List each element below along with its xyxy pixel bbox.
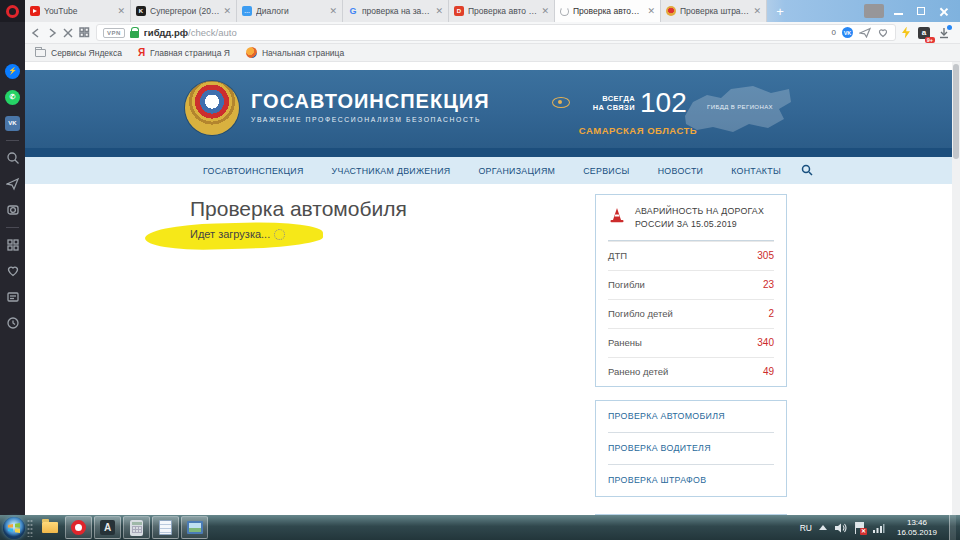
site-subtitle: УВАЖЕНИЕ ПРОФЕССИОНАЛИЗМ БЕЗОПАСНОСТЬ xyxy=(251,116,490,123)
stat-row-deaths: Погибли23 xyxy=(608,270,774,299)
google-icon: G xyxy=(348,6,358,16)
nav-search-icon[interactable] xyxy=(801,162,813,180)
start-button[interactable] xyxy=(3,517,25,539)
opera-menu-button[interactable] xyxy=(0,0,25,22)
link-check-driver[interactable]: ПРОВЕРКА ВОДИТЕЛЯ xyxy=(608,432,774,464)
hidden-icons-arrow[interactable] xyxy=(819,525,827,530)
send-to-flow-icon[interactable] xyxy=(859,27,871,38)
screen: ⚡ ✆ VK YouTube✕ KСупергерои (2019) смо✕ … xyxy=(0,0,960,540)
taskbar-explorer[interactable] xyxy=(36,516,63,539)
taskbar-clock[interactable]: 13:46 16.05.2019 xyxy=(892,518,942,538)
eye-icon xyxy=(552,97,570,108)
tab-close-icon[interactable]: ✕ xyxy=(223,6,231,16)
taskbar-photo-viewer[interactable] xyxy=(181,516,208,539)
volume-icon[interactable] xyxy=(834,522,847,534)
loading-spinner-icon xyxy=(274,229,285,240)
back-button[interactable] xyxy=(31,28,41,38)
taskbar-notepad[interactable] xyxy=(152,516,179,539)
nav-organizaciyam[interactable]: ОРГАНИЗАЦИЯМ xyxy=(464,166,569,176)
tab-vin-check[interactable]: DПроверка авто по вин✕ xyxy=(449,0,555,22)
messenger-icon[interactable]: ⚡ xyxy=(0,58,25,84)
bookmark-yandex-services[interactable]: Сервисы Яндекса xyxy=(35,48,122,58)
opera-sidebar: ⚡ ✆ VK xyxy=(0,0,25,515)
loading-spinner-icon xyxy=(560,7,569,16)
vk-icon[interactable]: VK xyxy=(0,110,25,136)
bookmarks-heart-icon[interactable] xyxy=(0,258,25,284)
tab-dialogs[interactable]: …Диалоги✕ xyxy=(237,0,343,22)
tab-close-icon[interactable]: ✕ xyxy=(435,6,443,16)
bookmark-yandex-home[interactable]: ЯГлавная страница Я xyxy=(138,47,230,58)
stop-button[interactable] xyxy=(63,28,73,38)
accidents-widget: АВАРИЙНОСТЬ НА ДОРОГАХ РОССИИ ЗА 15.05.2… xyxy=(595,194,787,387)
whatsapp-icon[interactable]: ✆ xyxy=(0,84,25,110)
nav-gosavtoinspekcia[interactable]: ГОСАВТОИНСПЕКЦИЯ xyxy=(189,166,318,176)
url-text: гибдд.рф/check/auto xyxy=(144,27,827,38)
tab-close-icon[interactable]: ✕ xyxy=(753,6,761,16)
network-icon[interactable] xyxy=(872,522,885,534)
stat-row-child-injured: Ранено детей49 xyxy=(608,357,774,386)
close-button[interactable] xyxy=(939,7,948,16)
map-label: ГИБДД В РЕГИОНАХ xyxy=(695,104,785,110)
instagram-icon[interactable] xyxy=(0,197,25,223)
search-icon[interactable] xyxy=(0,145,25,171)
bookmark-start-page[interactable]: Начальная страница xyxy=(246,47,344,58)
gibdd-emblem-icon[interactable] xyxy=(185,81,239,135)
language-indicator[interactable]: RU xyxy=(800,523,812,533)
firefox-icon xyxy=(246,47,257,58)
nav-kontakty[interactable]: КОНТАКТЫ xyxy=(717,166,795,176)
notepad-icon xyxy=(159,520,172,535)
autocad-icon: A xyxy=(100,520,115,535)
tab-youtube[interactable]: YouTube✕ xyxy=(25,0,131,22)
tab-menu-icon[interactable] xyxy=(864,4,884,18)
stat-row-dtp: ДТП305 xyxy=(608,241,774,270)
forward-button[interactable] xyxy=(47,28,57,38)
site-title: ГОСАВТОИНСПЕКЦИЯ xyxy=(251,90,490,113)
calculator-icon xyxy=(130,520,143,536)
speed-dial-icon[interactable] xyxy=(0,232,25,258)
action-center-flag-icon[interactable]: ✕ xyxy=(854,522,865,534)
tab-kinopoisk[interactable]: KСупергерои (2019) смо✕ xyxy=(131,0,237,22)
site-brand[interactable]: ГОСАВТОИНСПЕКЦИЯ УВАЖЕНИЕ ПРОФЕССИОНАЛИЗ… xyxy=(251,90,490,123)
bookmark-heart-icon[interactable] xyxy=(877,27,889,38)
explorer-folder-icon xyxy=(42,522,58,533)
taskbar-autocad[interactable]: A xyxy=(94,516,121,539)
speed-dial-button[interactable] xyxy=(79,27,90,38)
regions-map[interactable]: ГИБДД В РЕГИОНАХ xyxy=(677,78,797,142)
always-in-touch-label: ВСЕГДАНА СВЯЗИ xyxy=(573,94,635,113)
tab-close-icon[interactable]: ✕ xyxy=(329,6,337,16)
sidebar-divider xyxy=(6,227,19,228)
show-desktop-button[interactable] xyxy=(949,515,956,540)
tab-close-icon[interactable]: ✕ xyxy=(541,6,549,16)
nav-servisy[interactable]: СЕРВИСЫ xyxy=(569,166,644,176)
history-clock-icon[interactable] xyxy=(0,310,25,336)
my-flow-icon[interactable] xyxy=(0,171,25,197)
tab-close-icon[interactable]: ✕ xyxy=(647,6,655,16)
site-nav: ГОСАВТОИНСПЕКЦИЯ УЧАСТНИКАМ ДВИЖЕНИЯ ОРГ… xyxy=(25,157,952,184)
link-check-vehicle[interactable]: ПРОВЕРКА АВТОМОБИЛЯ xyxy=(608,401,774,432)
url-field[interactable]: VPN гибдд.рф/check/auto 0 VK xyxy=(96,24,896,41)
new-tab-button[interactable]: + xyxy=(767,0,793,22)
link-check-fines[interactable]: ПРОВЕРКА ШТРАФОВ xyxy=(608,464,774,496)
page-scrollbar[interactable] xyxy=(952,62,960,515)
personal-news-icon[interactable] xyxy=(0,284,25,310)
vk-share-icon[interactable]: VK xyxy=(842,27,853,38)
adblock-extension-icon[interactable]: a9+ xyxy=(918,27,930,39)
tab-google-search[interactable]: Gпроверка на запрет ав✕ xyxy=(343,0,449,22)
downloads-icon[interactable] xyxy=(938,27,950,39)
taskbar-opera[interactable] xyxy=(65,516,92,539)
nav-uchastnikam[interactable]: УЧАСТНИКАМ ДВИЖЕНИЯ xyxy=(318,166,465,176)
scrollbar-thumb[interactable] xyxy=(953,64,959,159)
flash-extension-icon[interactable] xyxy=(902,27,910,39)
loading-text: Идет загрузка... xyxy=(190,228,270,240)
gibdd-icon xyxy=(666,6,676,16)
tab-vehicle-check-active[interactable]: Проверка автомобиля✕ xyxy=(555,0,661,22)
maximize-button[interactable] xyxy=(917,7,925,15)
minimize-button[interactable] xyxy=(894,8,903,15)
taskbar-grip xyxy=(27,519,33,537)
tab-close-icon[interactable]: ✕ xyxy=(117,6,125,16)
tab-fines-check[interactable]: Проверка штрафов ГИБ✕ xyxy=(661,0,767,22)
taskbar-calculator[interactable] xyxy=(123,516,150,539)
nav-novosti[interactable]: НОВОСТИ xyxy=(644,166,717,176)
vpn-badge[interactable]: VPN xyxy=(103,28,125,38)
secure-lock-icon[interactable] xyxy=(130,31,139,38)
